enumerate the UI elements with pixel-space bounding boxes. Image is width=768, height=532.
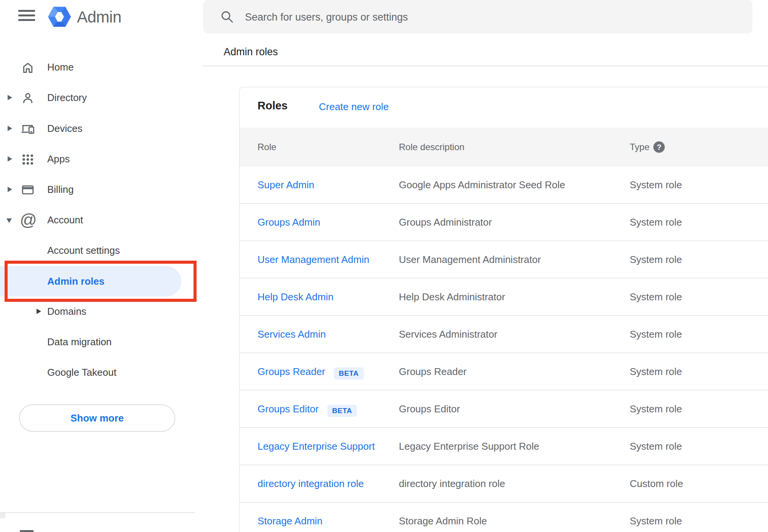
role-link[interactable]: Groups Editor <box>258 403 318 415</box>
sidebar-item-devices[interactable]: Devices <box>0 113 195 144</box>
sidebar-item-label: Google Takeout <box>47 357 117 388</box>
role-description: Groups Editor <box>399 391 460 427</box>
chevron-right-icon <box>37 309 41 314</box>
column-header-role: Role <box>258 128 276 167</box>
sidebar-item-label: Apps <box>47 144 70 174</box>
sidebar-item-label: Directory <box>47 82 87 113</box>
role-type: System role <box>630 353 682 390</box>
sidebar-item-account-settings[interactable]: Account settings <box>0 235 195 266</box>
role-type: Custom role <box>630 465 683 502</box>
role-type: System role <box>630 428 682 465</box>
role-description: Groups Administrator <box>399 204 492 240</box>
roles-card-title: Roles <box>258 99 288 112</box>
table-row: Legacy Enterprise Support Legacy Enterpr… <box>240 428 768 465</box>
apps-grid-icon <box>21 153 34 166</box>
chevron-right-icon <box>8 156 12 162</box>
table-header-row: Role Role description Type ? <box>240 128 768 167</box>
hamburger-menu-icon[interactable] <box>18 10 35 21</box>
admin-console: Admin Admin roles Home Directory <box>0 0 768 532</box>
help-icon[interactable]: ? <box>653 141 665 153</box>
role-type: System role <box>630 391 682 427</box>
role-description: Groups Reader <box>399 353 467 390</box>
role-type: System role <box>630 204 682 240</box>
sidebar-item-apps[interactable]: Apps <box>0 144 195 174</box>
sidebar-item-google-takeout[interactable]: Google Takeout <box>0 357 195 388</box>
role-description: Services Administrator <box>399 316 498 353</box>
app-title: Admin <box>77 8 122 26</box>
roles-card: Roles Create new role Role Role descript… <box>239 87 768 532</box>
table-row: Groups Admin Groups Administrator System… <box>240 204 768 241</box>
chevron-right-icon <box>8 187 12 192</box>
role-description: Google Apps Administrator Seed Role <box>399 167 565 203</box>
role-link[interactable]: Storage Admin <box>258 515 323 527</box>
role-link[interactable]: Legacy Enterprise Support <box>258 441 375 452</box>
table-body: Super Admin Google Apps Administrator Se… <box>240 167 768 532</box>
table-row: Super Admin Google Apps Administrator Se… <box>240 167 768 204</box>
clipped-bottom-icon <box>20 530 34 532</box>
at-sign-icon: @ <box>20 210 36 230</box>
role-description: Storage Admin Role <box>399 503 487 532</box>
search-input[interactable] <box>244 0 703 34</box>
create-new-role-link[interactable]: Create new role <box>319 101 389 113</box>
role-type: System role <box>630 503 682 532</box>
search-bar <box>203 0 752 34</box>
admin-logo-icon[interactable] <box>48 6 71 28</box>
role-type: System role <box>630 279 682 315</box>
sidebar-item-label: Devices <box>47 113 82 144</box>
role-link[interactable]: Groups Admin <box>258 216 320 228</box>
table-row: Services Admin Services Administrator Sy… <box>240 316 768 353</box>
sidebar-item-label: Domains <box>47 296 86 327</box>
sidebar-item-domains[interactable]: Domains <box>0 296 195 327</box>
role-description: Help Desk Administrator <box>399 279 505 315</box>
sidebar-bottom-divider <box>0 512 195 513</box>
devices-icon <box>21 122 34 135</box>
role-description: User Management Administrator <box>399 241 541 278</box>
scrollbar-fragment <box>0 513 5 518</box>
sidebar-item-data-migration[interactable]: Data migration <box>0 327 195 357</box>
sidebar-item-label: Billing <box>47 174 74 205</box>
table-row: Storage Admin Storage Admin Role System … <box>240 503 768 532</box>
column-header-type: Type <box>630 128 650 167</box>
table-row: directory integration role directory int… <box>240 465 768 503</box>
chevron-right-icon <box>8 126 12 131</box>
sidebar-item-directory[interactable]: Directory <box>0 82 195 113</box>
show-more-button[interactable]: Show more <box>19 404 175 432</box>
sidebar-item-label: Account <box>47 205 83 235</box>
table-row: User Management Admin User Management Ad… <box>240 241 768 279</box>
person-icon <box>21 91 34 104</box>
chevron-down-icon <box>6 218 12 223</box>
role-description: Legacy Enterprise Support Role <box>399 428 539 465</box>
show-more-label: Show more <box>70 412 124 424</box>
sidebar-item-home[interactable]: Home <box>0 52 195 82</box>
sidebar-item-account[interactable]: @ Account <box>0 205 195 235</box>
sidebar-item-billing[interactable]: Billing <box>0 174 195 205</box>
credit-card-icon <box>21 183 34 196</box>
role-link[interactable]: Super Admin <box>258 179 314 191</box>
role-link[interactable]: Services Admin <box>258 328 326 340</box>
chevron-right-icon <box>8 95 12 100</box>
role-link[interactable]: User Management Admin <box>258 254 369 265</box>
beta-badge: BETA <box>334 367 363 380</box>
column-header-description: Role description <box>399 128 464 167</box>
role-link[interactable]: directory integration role <box>258 478 364 489</box>
role-type: System role <box>630 167 682 203</box>
table-row: Groups Editor BETA Groups Editor System … <box>240 391 768 428</box>
sidebar-item-admin-roles-selected[interactable]: Admin roles <box>0 266 181 296</box>
sidebar-item-label: Account settings <box>47 235 120 266</box>
breadcrumb: Admin roles <box>224 46 278 58</box>
sidebar-item-label: Home <box>47 52 74 82</box>
home-icon <box>21 61 34 74</box>
search-icon <box>220 10 234 25</box>
breadcrumb-divider <box>202 66 768 66</box>
role-type: System role <box>630 241 682 278</box>
role-link[interactable]: Help Desk Admin <box>258 291 333 303</box>
table-row: Groups Reader BETA Groups Reader System … <box>240 353 768 391</box>
role-description: directory integration role <box>399 465 505 502</box>
role-link[interactable]: Groups Reader <box>258 366 325 377</box>
role-type: System role <box>630 316 682 353</box>
table-row: Help Desk Admin Help Desk Administrator … <box>240 279 768 316</box>
beta-badge: BETA <box>327 405 357 417</box>
sidebar-item-label: Admin roles <box>47 266 104 296</box>
sidebar-item-label: Data migration <box>47 327 112 357</box>
